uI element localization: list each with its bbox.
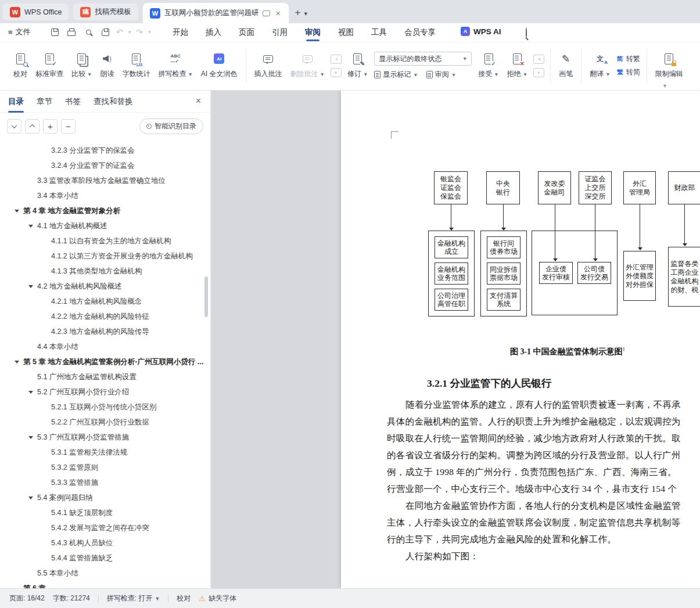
toc-item[interactable]: 3.3 监管改革阶段地方金融监管确立地位 [0,173,204,188]
toc-item[interactable]: 5.3 广州互联网小贷监管措施 [0,430,204,445]
document-area[interactable]: 银监会 证监会 保监会 中央 银行 发改委 金融司 证监会 上交所 深交所 外汇… [211,91,700,588]
close-sidebar-icon[interactable]: × [196,96,201,106]
spell-check-button[interactable]: ABC—✓ 拼写检查▼ [154,46,196,85]
restrict-edit-button[interactable]: 限制编辑 [651,46,687,85]
toc-item[interactable]: 4.1 地方金融机构概述 [0,218,204,233]
doc-comment-icon[interactable] [263,10,270,16]
toc-item[interactable]: 5.5 本章小结 [0,566,204,581]
translate-button[interactable]: 文A 翻译▼ [586,46,614,85]
toc-item[interactable]: 5.4.2 发展与监管之间存在冲突 [0,520,204,535]
read-aloud-button[interactable]: ) 朗读 [96,46,118,85]
expand-arrow-icon[interactable] [15,210,19,213]
toc-item[interactable]: 第 4 章 地方金融监管对象分析 [0,203,204,218]
standard-review-button[interactable]: ✓ 标准审查 [31,46,67,85]
toc-item[interactable]: 3.2.4 分业监管下的证监会 [0,158,204,173]
toc-item[interactable]: 5.3.1 监管相关法律法规 [0,445,204,460]
toc-item[interactable]: 4.4 本章小结 [0,339,204,354]
menu-tab-引用[interactable]: 引用 [272,23,288,42]
toc-item[interactable]: 5.2.1 互联网小贷与传统小贷区别 [0,400,204,415]
toc-item[interactable]: 5.2 广州互联网小贷行业介绍 [0,384,204,400]
print-icon[interactable] [66,26,77,38]
redo-chevron-icon[interactable]: ▾ [148,29,151,35]
menu-tab-工具[interactable]: 工具 [371,23,387,42]
toc-item[interactable]: 第 5 章 地方金融机构监管案例分析-广州互联网小贷行 ... [0,354,204,369]
expand-arrow-icon[interactable] [28,497,33,499]
tab-bookmarks[interactable]: 书签 [65,91,81,113]
sidebar-scrollbar-thumb[interactable] [204,276,208,317]
file-menu-button[interactable]: ≡ 文件 [8,27,31,37]
review-pane-button[interactable]: 审阅 ▼ [426,70,456,80]
expand-arrow-icon[interactable] [28,391,33,394]
save-icon[interactable] [49,26,60,38]
undo-icon[interactable]: ↶ [116,27,123,37]
toc-item[interactable]: 5.4.3 机构人员缺位 [0,535,204,551]
expand-all-button[interactable] [7,119,21,134]
toc-item[interactable]: 5.3.2 监管原则 [0,460,204,475]
page-margin-marker[interactable] [391,131,399,139]
markup-state-select[interactable]: 显示标记的最终状态 ▼ [374,52,472,66]
proofread-button[interactable]: 校对 [9,46,31,85]
previous-comment-icon[interactable]: ◂ [331,55,342,64]
tab-template-site[interactable]: 稿 找稿壳模板 [73,3,138,20]
insert-comment-button[interactable]: 插入批注 [250,46,286,85]
accept-button[interactable]: ✓ 接受▼ [474,46,502,85]
toc-item[interactable]: 5.3.3 监管措施 [0,475,204,490]
compare-button[interactable]: 比较▼ [67,46,96,85]
tab-document[interactable]: W 互联网小额贷款的监管问题研 × [143,3,289,23]
toc-item[interactable]: 5.4.1 缺乏顶层制度 [0,505,204,520]
ai-polish-button[interactable]: AI AI 全文润色 [197,46,242,85]
smart-toc-button[interactable]: 智能识别目录 [139,118,203,134]
previous-revision-icon[interactable]: ◂ [533,55,544,64]
toc-item[interactable]: 3.4 本章小结 [0,188,204,203]
tab-chapters[interactable]: 章节 [37,91,52,113]
expand-arrow-icon[interactable] [28,436,33,439]
toc-item[interactable]: 4.1.1 以自有资金为主的地方金融机构 [0,233,204,249]
toc-item[interactable]: 4.1.3 其他类型地方金融机构 [0,264,204,279]
menu-tab-开始[interactable]: 开始 [173,23,188,42]
menu-tab-视图[interactable]: 视图 [338,23,354,42]
toc-item[interactable]: 4.2.1 地方金融机构风险概念 [0,294,204,309]
menu-tab-会员专享[interactable]: 会员专享 [404,23,436,42]
tab-toc[interactable]: 目录 [8,91,24,113]
menu-tab-插入[interactable]: 插入 [206,23,221,42]
toc-item[interactable]: 4.2.3 地方金融机构的风险传导 [0,324,204,339]
reject-button[interactable]: ✕ 拒绝▼ [503,46,532,85]
toc-item[interactable]: 4.1.2 以第三方资金开展业务的地方金融机构 [0,249,204,264]
toc-item[interactable]: 3.2.3 分业监管下的保监会 [0,143,204,158]
delete-comment-button[interactable]: 删除批注▼ [286,46,329,85]
toc-item[interactable]: 5.1 广州地方金融监管机构设置 [0,369,204,384]
menu-tab-页面[interactable]: 页面 [239,23,254,42]
word-count-indicator[interactable]: 字数: 21274 [53,593,90,603]
pen-button[interactable]: ✎ 画笔 [555,46,577,85]
toc-item[interactable]: 4.2 地方金融机构风险概述 [0,279,204,294]
to-simplified-button[interactable]: 繁 转简 [617,67,640,77]
expand-arrow-icon[interactable] [15,361,19,364]
toc-item[interactable]: 第 6 章 … [0,581,204,588]
proofread-status-button[interactable]: 校对 [177,593,191,603]
expand-arrow-icon[interactable] [28,225,33,228]
wps-ai-button[interactable]: A WPS AI [461,27,501,36]
ribbon-collapse-icon[interactable]: ▾ [663,82,666,89]
toc-item[interactable]: 4.2.2 地方金融机构的风险特征 [0,309,204,324]
zoom-out-button[interactable]: − [61,119,76,134]
collapse-all-button[interactable] [25,119,40,134]
menu-tab-审阅[interactable]: 审阅 [305,23,321,42]
word-count-button[interactable]: 123 字数统计 [118,46,154,85]
format-painter-icon[interactable] [99,26,111,38]
new-tab-button[interactable]: + [295,7,301,19]
close-tab-icon[interactable]: × [274,9,281,18]
zoom-in-button[interactable]: + [43,119,58,134]
to-traditional-button[interactable]: 简 转繁 [617,54,640,64]
tab-wps-home[interactable]: W WPS Office [3,3,69,20]
search-icon[interactable] [526,28,527,38]
redo-icon[interactable]: ↷ [136,27,143,37]
missing-font-warning[interactable]: ⚠ 缺失字体 [199,593,236,603]
tab-list-chevron-icon[interactable]: ▾ [304,10,308,17]
print-preview-icon[interactable] [82,26,94,38]
spellcheck-toggle[interactable]: 拼写检查: 打开 ▼ [107,593,160,603]
toc-item[interactable]: 5.4 案例问题归纳 [0,490,204,505]
tab-find-replace[interactable]: 查找和替换 [94,91,133,113]
show-markup-button[interactable]: 显示标记 ▼ [374,70,418,80]
next-comment-icon[interactable]: ▸ [331,68,342,77]
track-changes-button[interactable]: ✎ 修订▼ [343,46,372,85]
